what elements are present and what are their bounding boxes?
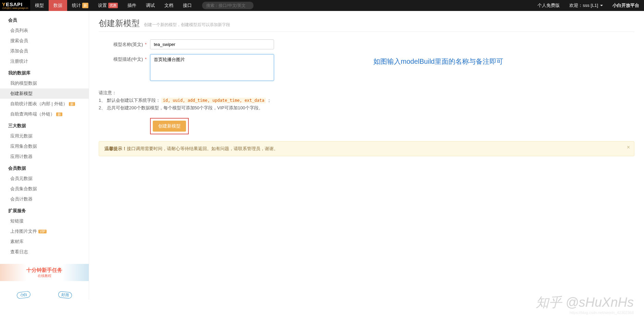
search-input[interactable] [202,2,253,9]
top-nav: YESΛPI 小白接口 www.yesapi.cn 模型数据统计新设置优惠插件调… [0,0,644,11]
sidebar-item[interactable]: 会员集合数据 [0,184,89,194]
page-header: 创建新模型 创建一个新的模型，创建模型后可以添加新字段 [99,18,634,32]
create-model-button[interactable]: 创建新模型 [153,121,186,132]
alert-box: 温馨提示！接口调用需要时间，请耐心等待结果返回。如有问题，请联系管理员，谢谢。 … [99,141,634,156]
sidebar-item[interactable]: 搜索会员 [0,36,89,46]
sidebar-item[interactable]: 短链接 [0,216,89,226]
sidebar-group-title: 我的数据库 [0,66,89,78]
logo[interactable]: YESΛPI 小白接口 www.yesapi.cn [0,0,30,11]
page-subtitle: 创建一个新的模型，创建模型后可以添加新字段 [144,22,230,27]
nav-platform[interactable]: 小白开放平台 [608,0,644,11]
sidebar-item[interactable]: 查看日志 [0,247,89,257]
nav-right: 个人免费版 欢迎：sss [L1] 小白开放平台 [533,0,644,11]
main-content: 创建新模型 创建一个新的模型，创建模型后可以添加新字段 模型名称(英文) * 模… [89,11,644,300]
notes-line1: 1、 默认会创建以下系统字段： id, uuid, add_time, upda… [99,97,634,104]
badge-deal: 优惠 [108,3,118,8]
sidebar-item[interactable]: 应用计数器 [0,151,89,162]
nav-item-0[interactable]: 模型 [30,0,49,11]
sidebar-item[interactable]: 会员列表 [0,25,89,36]
sidebar-item[interactable]: 素材库 [0,236,89,247]
nav-item-7[interactable]: 接口 [178,0,197,11]
model-desc-label: 模型描述(中文) * [99,54,150,62]
model-name-label: 模型名称(英文) * [99,39,150,48]
logo-subtext: 小白接口 www.yesapi.cn [2,7,28,9]
sidebar-group-title: 会员 [0,14,89,25]
logo-text-highlight: Y [2,1,6,7]
sidebar-banner-newbie[interactable]: 十分钟新手任务在线教程 [0,264,89,281]
model-desc-textarea[interactable]: 首页轮播台图片 [150,54,274,81]
badge-vip: VIP [38,230,47,233]
nav-items: 模型数据统计新设置优惠插件调试文档接口 [30,0,197,11]
sidebar-group-title: 会员数据 [0,162,89,173]
nav-welcome[interactable]: 欢迎：sss [L1] [565,0,608,11]
sidebar-group-title: 扩展服务 [0,204,89,216]
logo-text-rest: ESΛPI [6,1,23,7]
sidebar-item[interactable]: 上传图片文件VIP [0,226,89,236]
notes-line2: 2、 总共可创建200个数据模型，每个模型可添加50个字段，VIP可添加100个… [99,104,634,112]
page-title: 创建新模型 [99,18,140,29]
notes-head: 请注意： [99,89,634,97]
badge-new: 新 [69,102,75,106]
nav-item-6[interactable]: 文档 [160,0,178,11]
nav-item-4[interactable]: 插件 [123,0,141,11]
close-icon[interactable]: × [627,144,630,150]
sidebar-item[interactable]: 应用元数据 [0,131,89,141]
nav-item-2[interactable]: 统计新 [67,0,93,11]
nav-free-version[interactable]: 个人免费版 [533,0,565,11]
nav-item-5[interactable]: 调试 [141,0,160,11]
notes-block: 请注意： 1、 默认会创建以下系统字段： id, uuid, add_time,… [99,89,634,112]
annotation-text: 如图输入modelBuild里面的名称与备注即可 [373,57,503,66]
submit-highlight-box: 创建新模型 [150,118,189,134]
sidebar-item[interactable]: 我的模型数据 [0,78,89,88]
nav-item-3[interactable]: 设置优惠 [93,0,123,11]
submit-row: 创建新模型 [150,118,634,134]
sidebar-item[interactable]: 自助统计图表（内部 | 外链）新 [0,99,89,109]
sidebar-item[interactable]: 创建新模型 [0,88,89,99]
alert-strong: 温馨提示！ [104,146,127,151]
sidebar-group-title: 三大数据 [0,119,89,131]
caret-down-icon [600,5,603,6]
notes-code: id, uuid, add_time, update_time, ext_dat… [161,98,265,103]
form-row-name: 模型名称(英文) * [99,39,634,49]
sidebar-item[interactable]: 会员元数据 [0,173,89,184]
model-name-input[interactable] [150,39,274,49]
sidebar-item[interactable]: 添加会员 [0,46,89,56]
badge-new: 新 [56,112,62,116]
sidebar-item[interactable]: 注册统计 [0,56,89,66]
sidebar-banner-chips[interactable]: 小白好用 [0,281,89,300]
search-box [202,2,253,9]
nav-item-1[interactable]: 数据 [49,0,67,11]
sidebar-item[interactable]: 应用集合数据 [0,141,89,151]
sidebar: 会员会员列表搜索会员添加会员注册统计我的数据库我的模型数据创建新模型自助统计图表… [0,11,89,300]
sidebar-item[interactable]: 会员计数器 [0,194,89,204]
badge-new: 新 [82,3,88,8]
sidebar-item[interactable]: 自助查询终端（外链）新 [0,109,89,119]
alert-text: 接口调用需要时间，请耐心等待结果返回。如有问题，请联系管理员，谢谢。 [127,146,278,151]
form-row-desc: 模型描述(中文) * 首页轮播台图片 [99,54,634,81]
